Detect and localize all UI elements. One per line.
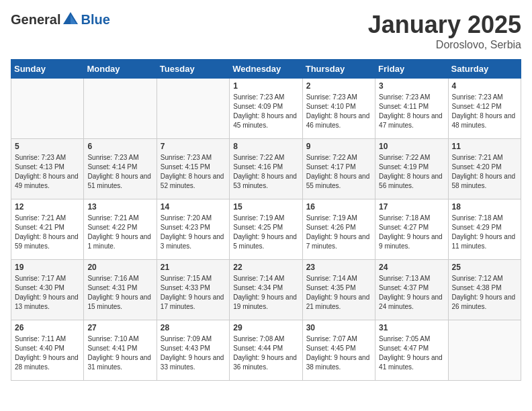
calendar-cell: 21 Sunrise: 7:15 AMSunset: 4:33 PMDaylig… — [157, 260, 229, 320]
day-number: 30 — [306, 323, 371, 332]
calendar-cell: 29 Sunrise: 7:08 AMSunset: 4:44 PMDaylig… — [230, 320, 302, 381]
calendar-cell: 26 Sunrise: 7:11 AMSunset: 4:40 PMDaylig… — [11, 320, 84, 381]
calendar-cell: 9 Sunrise: 7:22 AMSunset: 4:17 PMDayligh… — [302, 139, 375, 199]
header-saturday: Saturday — [448, 60, 521, 79]
calendar-subtitle: Doroslovo, Serbia — [368, 39, 521, 51]
calendar-title: January 2025 — [368, 11, 521, 39]
day-number: 18 — [452, 202, 517, 212]
calendar-cell: 12 Sunrise: 7:21 AMSunset: 4:21 PMDaylig… — [11, 199, 84, 260]
calendar-cell: 10 Sunrise: 7:22 AMSunset: 4:19 PMDaylig… — [375, 139, 448, 199]
calendar-cell: 2 Sunrise: 7:23 AMSunset: 4:10 PMDayligh… — [302, 79, 375, 139]
logo-icon — [62, 11, 79, 28]
header-wednesday: Wednesday — [230, 60, 302, 79]
page-header: General Blue January 2025 Doroslovo, Ser… — [11, 11, 521, 51]
day-info: Sunrise: 7:21 AMSunset: 4:21 PMDaylight:… — [15, 214, 80, 251]
day-info: Sunrise: 7:23 AMSunset: 4:10 PMDaylight:… — [306, 93, 371, 130]
day-info: Sunrise: 7:11 AMSunset: 4:40 PMDaylight:… — [15, 334, 80, 372]
day-info: Sunrise: 7:09 AMSunset: 4:43 PMDaylight:… — [161, 334, 226, 372]
calendar-cell: 14 Sunrise: 7:20 AMSunset: 4:23 PMDaylig… — [157, 199, 229, 260]
calendar-cell: 23 Sunrise: 7:14 AMSunset: 4:35 PMDaylig… — [302, 260, 375, 320]
calendar-cell — [448, 320, 521, 381]
day-number: 2 — [306, 81, 371, 91]
day-number: 26 — [15, 323, 80, 332]
day-info: Sunrise: 7:21 AMSunset: 4:20 PMDaylight:… — [452, 153, 517, 191]
day-number: 7 — [161, 142, 226, 151]
day-number: 31 — [379, 323, 444, 332]
day-number: 15 — [233, 202, 298, 212]
calendar-cell: 8 Sunrise: 7:22 AMSunset: 4:16 PMDayligh… — [230, 139, 302, 199]
day-number: 14 — [161, 202, 226, 212]
day-number: 21 — [161, 263, 226, 272]
day-number: 1 — [233, 81, 298, 91]
day-info: Sunrise: 7:10 AMSunset: 4:41 PMDaylight:… — [87, 334, 152, 372]
calendar-cell: 3 Sunrise: 7:23 AMSunset: 4:11 PMDayligh… — [375, 79, 448, 139]
day-info: Sunrise: 7:14 AMSunset: 4:34 PMDaylight:… — [233, 274, 298, 312]
calendar-cell: 6 Sunrise: 7:23 AMSunset: 4:14 PMDayligh… — [84, 139, 157, 199]
day-info: Sunrise: 7:16 AMSunset: 4:31 PMDaylight:… — [87, 274, 152, 312]
day-number: 4 — [452, 81, 517, 91]
day-info: Sunrise: 7:23 AMSunset: 4:11 PMDaylight:… — [379, 93, 444, 130]
day-number: 5 — [15, 142, 80, 151]
day-info: Sunrise: 7:12 AMSunset: 4:38 PMDaylight:… — [452, 274, 517, 312]
calendar-cell: 30 Sunrise: 7:07 AMSunset: 4:45 PMDaylig… — [302, 320, 375, 381]
calendar-header-row: SundayMondayTuesdayWednesdayThursdayFrid… — [11, 60, 521, 79]
day-info: Sunrise: 7:07 AMSunset: 4:45 PMDaylight:… — [306, 334, 371, 372]
day-number: 17 — [379, 202, 444, 212]
day-number: 19 — [15, 263, 80, 272]
day-info: Sunrise: 7:17 AMSunset: 4:30 PMDaylight:… — [15, 274, 80, 312]
day-info: Sunrise: 7:20 AMSunset: 4:23 PMDaylight:… — [161, 214, 226, 251]
day-number: 13 — [87, 202, 152, 212]
day-info: Sunrise: 7:18 AMSunset: 4:29 PMDaylight:… — [452, 214, 517, 251]
day-info: Sunrise: 7:23 AMSunset: 4:15 PMDaylight:… — [161, 153, 226, 191]
calendar-week-row: 26 Sunrise: 7:11 AMSunset: 4:40 PMDaylig… — [11, 320, 521, 381]
header-sunday: Sunday — [11, 60, 84, 79]
calendar-cell: 28 Sunrise: 7:09 AMSunset: 4:43 PMDaylig… — [157, 320, 229, 381]
day-info: Sunrise: 7:23 AMSunset: 4:12 PMDaylight:… — [452, 93, 517, 130]
day-info: Sunrise: 7:23 AMSunset: 4:13 PMDaylight:… — [15, 153, 80, 191]
day-number: 22 — [233, 263, 298, 272]
calendar-cell — [157, 79, 229, 139]
day-info: Sunrise: 7:23 AMSunset: 4:09 PMDaylight:… — [233, 93, 298, 130]
day-info: Sunrise: 7:14 AMSunset: 4:35 PMDaylight:… — [306, 274, 371, 312]
calendar-cell — [11, 79, 84, 139]
header-friday: Friday — [375, 60, 448, 79]
day-info: Sunrise: 7:23 AMSunset: 4:14 PMDaylight:… — [87, 153, 152, 191]
calendar-week-row: 5 Sunrise: 7:23 AMSunset: 4:13 PMDayligh… — [11, 139, 521, 199]
day-number: 29 — [233, 323, 298, 332]
calendar-cell: 1 Sunrise: 7:23 AMSunset: 4:09 PMDayligh… — [230, 79, 302, 139]
header-tuesday: Tuesday — [157, 60, 229, 79]
day-info: Sunrise: 7:18 AMSunset: 4:27 PMDaylight:… — [379, 214, 444, 251]
calendar-cell: 24 Sunrise: 7:13 AMSunset: 4:37 PMDaylig… — [375, 260, 448, 320]
day-number: 20 — [87, 263, 152, 272]
calendar-cell: 25 Sunrise: 7:12 AMSunset: 4:38 PMDaylig… — [448, 260, 521, 320]
day-number: 16 — [306, 202, 371, 212]
day-info: Sunrise: 7:08 AMSunset: 4:44 PMDaylight:… — [233, 334, 298, 372]
calendar-cell: 17 Sunrise: 7:18 AMSunset: 4:27 PMDaylig… — [375, 199, 448, 260]
day-info: Sunrise: 7:22 AMSunset: 4:17 PMDaylight:… — [306, 153, 371, 191]
day-number: 28 — [161, 323, 226, 332]
calendar-week-row: 12 Sunrise: 7:21 AMSunset: 4:21 PMDaylig… — [11, 199, 521, 260]
day-number: 3 — [379, 81, 444, 91]
calendar-cell: 7 Sunrise: 7:23 AMSunset: 4:15 PMDayligh… — [157, 139, 229, 199]
day-number: 27 — [87, 323, 152, 332]
calendar-cell: 18 Sunrise: 7:18 AMSunset: 4:29 PMDaylig… — [448, 199, 521, 260]
day-number: 9 — [306, 142, 371, 151]
calendar-cell: 20 Sunrise: 7:16 AMSunset: 4:31 PMDaylig… — [84, 260, 157, 320]
calendar-cell: 13 Sunrise: 7:21 AMSunset: 4:22 PMDaylig… — [84, 199, 157, 260]
day-number: 25 — [452, 263, 517, 272]
calendar-cell: 19 Sunrise: 7:17 AMSunset: 4:30 PMDaylig… — [11, 260, 84, 320]
day-number: 6 — [87, 142, 152, 151]
calendar-week-row: 1 Sunrise: 7:23 AMSunset: 4:09 PMDayligh… — [11, 79, 521, 139]
header-monday: Monday — [84, 60, 157, 79]
day-info: Sunrise: 7:22 AMSunset: 4:16 PMDaylight:… — [233, 153, 298, 191]
calendar-cell: 4 Sunrise: 7:23 AMSunset: 4:12 PMDayligh… — [448, 79, 521, 139]
day-info: Sunrise: 7:05 AMSunset: 4:47 PMDaylight:… — [379, 334, 444, 372]
day-info: Sunrise: 7:22 AMSunset: 4:19 PMDaylight:… — [379, 153, 444, 191]
calendar-cell: 27 Sunrise: 7:10 AMSunset: 4:41 PMDaylig… — [84, 320, 157, 381]
day-info: Sunrise: 7:21 AMSunset: 4:22 PMDaylight:… — [87, 214, 152, 251]
day-number: 12 — [15, 202, 80, 212]
day-number: 23 — [306, 263, 371, 272]
header-thursday: Thursday — [302, 60, 375, 79]
day-info: Sunrise: 7:13 AMSunset: 4:37 PMDaylight:… — [379, 274, 444, 312]
day-info: Sunrise: 7:19 AMSunset: 4:26 PMDaylight:… — [306, 214, 371, 251]
